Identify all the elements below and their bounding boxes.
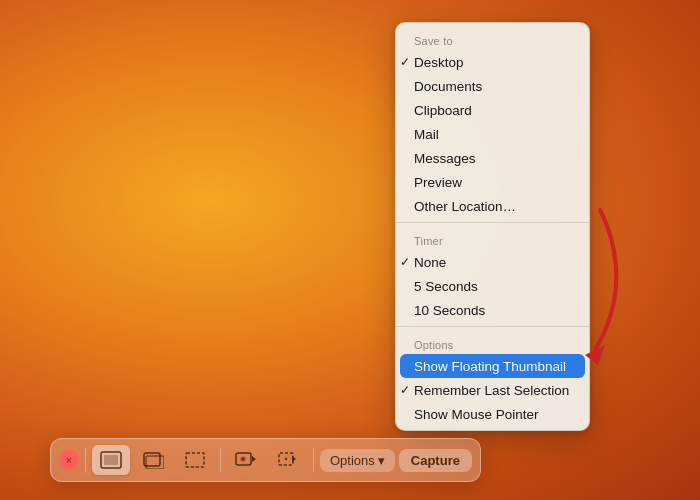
menu-item-5sec[interactable]: 5 Seconds <box>396 274 589 298</box>
menu-item-show-floating[interactable]: Show Floating Thumbnail <box>400 354 585 378</box>
menu-item-clipboard[interactable]: Clipboard <box>396 98 589 122</box>
menu-item-10sec-label: 10 Seconds <box>414 303 485 318</box>
window-icon <box>142 451 164 469</box>
selection-capture-button[interactable] <box>176 445 214 475</box>
save-to-section-label: Save to <box>396 27 589 50</box>
menu-item-show-floating-label: Show Floating Thumbnail <box>414 359 566 374</box>
menu-item-clipboard-label: Clipboard <box>414 103 472 118</box>
window-capture-button[interactable] <box>134 445 172 475</box>
svg-point-8 <box>242 458 244 460</box>
separator-1 <box>85 448 86 472</box>
menu-item-messages-label: Messages <box>414 151 476 166</box>
menu-item-other-location[interactable]: Other Location… <box>396 194 589 218</box>
options-section-label: Options <box>396 331 589 354</box>
close-icon: × <box>66 455 72 466</box>
region-record-button[interactable] <box>269 445 307 475</box>
timer-section-label: Timer <box>396 227 589 250</box>
menu-item-desktop[interactable]: ✓ Desktop <box>396 50 589 74</box>
divider-1 <box>396 222 589 223</box>
menu-item-other-location-label: Other Location… <box>414 199 516 214</box>
menu-item-none[interactable]: ✓ None <box>396 250 589 274</box>
menu-item-messages[interactable]: Messages <box>396 146 589 170</box>
capture-button[interactable]: Capture <box>399 449 472 472</box>
chevron-down-icon: ▾ <box>378 453 385 468</box>
record-region-icon <box>277 451 299 469</box>
divider-2 <box>396 326 589 327</box>
menu-item-remember-last[interactable]: ✓ Remember Last Selection <box>396 378 589 402</box>
screenshot-toolbar: × <box>50 438 481 482</box>
checkmark-desktop: ✓ <box>400 55 410 69</box>
options-button[interactable]: Options ▾ <box>320 449 395 472</box>
svg-rect-4 <box>146 456 164 469</box>
checkmark-none: ✓ <box>400 255 410 269</box>
menu-item-10sec[interactable]: 10 Seconds <box>396 298 589 322</box>
menu-item-5sec-label: 5 Seconds <box>414 279 478 294</box>
menu-item-desktop-label: Desktop <box>414 55 464 70</box>
desktop-background <box>0 0 700 500</box>
separator-2 <box>220 448 221 472</box>
svg-point-11 <box>285 458 287 460</box>
menu-item-preview-label: Preview <box>414 175 462 190</box>
fullscreen-capture-button[interactable] <box>92 445 130 475</box>
separator-3 <box>313 448 314 472</box>
options-label: Options <box>330 453 375 468</box>
screen-record-button[interactable] <box>227 445 265 475</box>
menu-item-mail[interactable]: Mail <box>396 122 589 146</box>
menu-item-documents-label: Documents <box>414 79 482 94</box>
menu-item-documents[interactable]: Documents <box>396 74 589 98</box>
svg-rect-2 <box>104 455 118 465</box>
menu-item-remember-last-label: Remember Last Selection <box>414 383 569 398</box>
capture-label: Capture <box>411 453 460 468</box>
record-screen-icon <box>235 451 257 469</box>
menu-item-preview[interactable]: Preview <box>396 170 589 194</box>
menu-item-mail-label: Mail <box>414 127 439 142</box>
checkmark-remember: ✓ <box>400 383 410 397</box>
menu-item-show-mouse[interactable]: Show Mouse Pointer <box>396 402 589 426</box>
close-button[interactable]: × <box>59 450 79 470</box>
svg-marker-9 <box>252 456 256 462</box>
fullscreen-icon <box>100 451 122 469</box>
menu-item-show-mouse-label: Show Mouse Pointer <box>414 407 539 422</box>
context-menu: Save to ✓ Desktop Documents Clipboard Ma… <box>395 22 590 431</box>
selection-icon <box>184 451 206 469</box>
svg-marker-12 <box>292 456 296 462</box>
menu-item-none-label: None <box>414 255 446 270</box>
svg-rect-5 <box>186 453 204 467</box>
